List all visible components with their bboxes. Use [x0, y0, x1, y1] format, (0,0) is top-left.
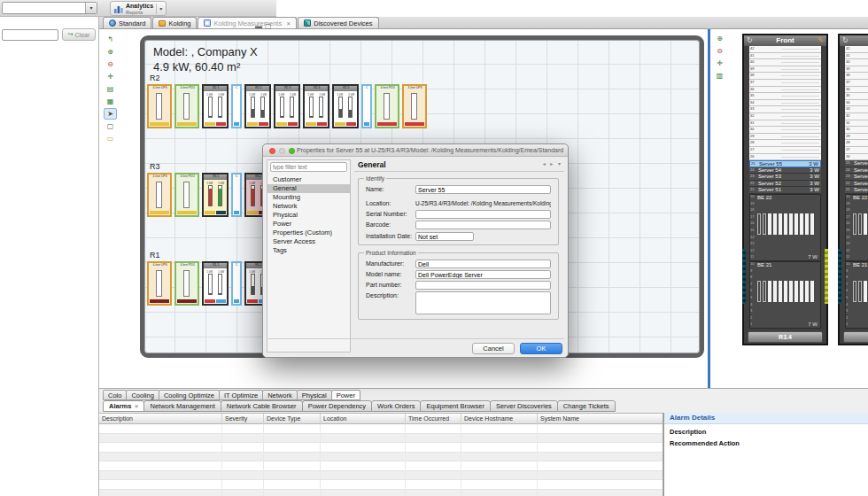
floorplan-pdu-4-feet PDU[interactable]: 4-feet PDU — [375, 84, 399, 128]
tree-item-network[interactable]: Network — [267, 202, 350, 211]
view-tab-change-tickets[interactable]: Change Tickets — [557, 400, 616, 412]
tab-discovered-devices[interactable]: Discovered Devices — [298, 17, 378, 28]
column-header-severity[interactable]: Severity — [221, 414, 263, 424]
back-icon[interactable]: ↰ — [104, 34, 117, 45]
field-input[interactable] — [415, 232, 474, 241]
floorplan-rack-R2.2[interactable]: R2.21 kW1 kW — [244, 84, 271, 128]
layers-icon[interactable]: ▦ — [104, 96, 117, 107]
tab-kolding-measurements[interactable]: Kolding Measurements✕ — [198, 17, 297, 28]
perspective-tab-it-optimize[interactable]: IT Optimize — [219, 390, 263, 400]
field-input[interactable] — [415, 270, 551, 279]
tab-kolding[interactable]: Kolding — [152, 17, 197, 28]
tree-item-general[interactable]: General — [267, 184, 350, 193]
perspective-tab-cooling-optimize[interactable]: Cooling Optimize — [159, 390, 220, 400]
tree-item-customer[interactable]: Customer — [267, 175, 350, 184]
rack-unit-device[interactable]: 21Server 513 W — [749, 187, 821, 194]
field-input[interactable] — [415, 221, 551, 229]
zoom-in-icon[interactable]: ⊕ — [104, 46, 117, 58]
rack-elevation-1[interactable]: ↻Front✎BE 227 WBE 217 W42414039383736353… — [742, 34, 828, 345]
floorplan-ups-4-feet UPS[interactable]: 4-feet UPS — [402, 84, 427, 128]
rack-elevation-2[interactable]: ↻✎BE 227 WBE 217 W4241403938373635343332… — [838, 34, 868, 345]
category-filter-input[interactable] — [270, 162, 347, 172]
rack-unit-device[interactable]: 25Server 553 W — [845, 160, 868, 167]
cancel-button[interactable]: Cancel — [472, 343, 515, 354]
rack-unit-device[interactable]: 22Server 523 W — [749, 181, 821, 188]
column-header-description[interactable]: Description — [99, 414, 221, 424]
perspective-tab-cooling[interactable]: Cooling — [126, 390, 159, 400]
chevron-down-icon[interactable]: ▾ — [85, 3, 97, 13]
tree-item-tags[interactable]: Tags — [267, 246, 350, 255]
close-icon[interactable]: ✕ — [284, 20, 291, 27]
floorplan-crac-C[interactable]: C — [361, 84, 372, 128]
floorplan-crac-C[interactable]: C — [231, 84, 242, 128]
chevron-down-icon[interactable]: ▾ — [156, 4, 162, 14]
analytics-button[interactable]: AnalyticsReports ▾ — [110, 1, 167, 16]
minimize-icon[interactable] — [279, 148, 285, 154]
field-input[interactable] — [415, 210, 551, 219]
rack-unit-device[interactable]: 23Server 533 W — [749, 174, 821, 181]
minimize-icon[interactable]: ▬ — [255, 22, 265, 30]
zoom-out-icon[interactable]: ⊖ — [713, 45, 726, 57]
column-header-device-type[interactable]: Device Type — [263, 414, 320, 424]
tree-item-server-access[interactable]: Server Access — [267, 237, 350, 246]
view-window-controls[interactable]: ▬▢ — [255, 22, 275, 30]
perspective-tab-power[interactable]: Power — [331, 390, 360, 400]
column-header-location[interactable]: Location — [320, 414, 405, 424]
column-header-device-hostname[interactable]: Device Hostname — [461, 414, 537, 424]
close-icon[interactable] — [269, 148, 275, 154]
tab-standard[interactable]: Standard — [103, 17, 151, 28]
floorplan-ups-4-feet UPS[interactable]: 4-feet UPS — [147, 84, 172, 128]
rack-unit-device[interactable]: 23Server 533 W — [845, 174, 868, 181]
floorplan-pdu-4-feet PDU[interactable]: 4-feet PDU — [174, 84, 199, 128]
grid-icon[interactable]: ▥ — [713, 70, 726, 81]
rotate-icon[interactable]: ↻ — [747, 35, 753, 46]
zoom-fit-icon[interactable]: ✛ — [713, 58, 726, 69]
perspective-combobox[interactable]: ▾ — [2, 2, 97, 14]
field-input[interactable] — [415, 281, 551, 290]
column-header-system-name[interactable]: System Name — [537, 414, 663, 424]
ruler-icon[interactable]: ▭ — [104, 133, 117, 144]
edit-icon[interactable]: ✎ — [818, 35, 824, 46]
zoom-window-icon[interactable] — [289, 148, 295, 154]
ok-button[interactable]: OK — [520, 343, 562, 354]
rack-unit-device[interactable]: 25Server 553 W — [749, 160, 821, 167]
zoom-fit-icon[interactable]: ✛ — [104, 71, 117, 82]
floorplan-ups-4-feet UPS[interactable]: 4-feet UPS — [147, 261, 172, 306]
grid-icon[interactable]: ▤ — [104, 83, 117, 95]
floorplan-rack-R2.3[interactable]: R2.31 kW1 kW — [274, 84, 300, 128]
floorplan-rack-R2.1[interactable]: R2.11 kW1 kW — [202, 84, 229, 128]
column-header-time-occurred[interactable]: Time Occurred — [405, 414, 461, 424]
zoom-out-icon[interactable]: ⊖ — [104, 58, 117, 70]
floorplan-ups-4-feet UPS[interactable]: 4-feet UPS — [147, 173, 172, 217]
view-tab-network-management[interactable]: Network Management — [143, 400, 221, 412]
clear-button[interactable]: ↪ Clear — [62, 28, 96, 41]
search-input[interactable] — [2, 29, 58, 41]
field-input[interactable] — [415, 185, 551, 194]
tree-item-power[interactable]: Power — [267, 220, 350, 229]
floorplan-pdu-4-feet PDU[interactable]: 4-feet PDU — [174, 173, 199, 217]
field-textarea[interactable] — [415, 291, 551, 314]
view-tab-equipment-browser[interactable]: Equipment Browser — [420, 400, 490, 412]
floorplan-rack-R1.1[interactable]: R1.11 kW1 kW — [202, 261, 229, 306]
view-tab-work-orders[interactable]: Work Orders — [371, 400, 421, 412]
floorplan-crac-C[interactable]: C — [231, 261, 242, 306]
field-input[interactable] — [415, 260, 551, 268]
floorplan-rack-R2.5[interactable]: R2.51 kW1 kW — [332, 84, 359, 128]
rack-unit-device[interactable]: 24Server 543 W — [749, 167, 821, 174]
zoom-in-icon[interactable]: ⊕ — [713, 33, 726, 44]
view-tab-network-cable-browser[interactable]: Network Cable Browser — [221, 400, 303, 412]
view-tab-power-dependency[interactable]: Power Dependency — [302, 400, 372, 412]
rack-unit-device[interactable]: 21Server 513 W — [845, 187, 868, 194]
select-tool-icon[interactable]: ➤ — [104, 108, 117, 120]
tree-item-mounting[interactable]: Mounting — [267, 193, 350, 202]
perspective-tab-network[interactable]: Network — [262, 390, 298, 400]
tree-item-physical[interactable]: Physical — [267, 211, 350, 220]
section-nav-icons[interactable]: ◂ ▸ ▾ — [543, 160, 562, 167]
floorplan-rack-R2.4[interactable]: R2.41 kW1 kW — [303, 84, 329, 128]
perspective-tab-physical[interactable]: Physical — [297, 390, 332, 400]
rotate-icon[interactable]: ↻ — [842, 35, 849, 46]
tree-item-properties-custom-[interactable]: Properties (Custom) — [267, 229, 350, 237]
perspective-tab-colo[interactable]: Colo — [103, 390, 127, 400]
close-icon[interactable]: ✕ — [134, 401, 138, 412]
floorplan-rack-R3.1[interactable]: R3.11 kW1 kW — [202, 173, 229, 217]
